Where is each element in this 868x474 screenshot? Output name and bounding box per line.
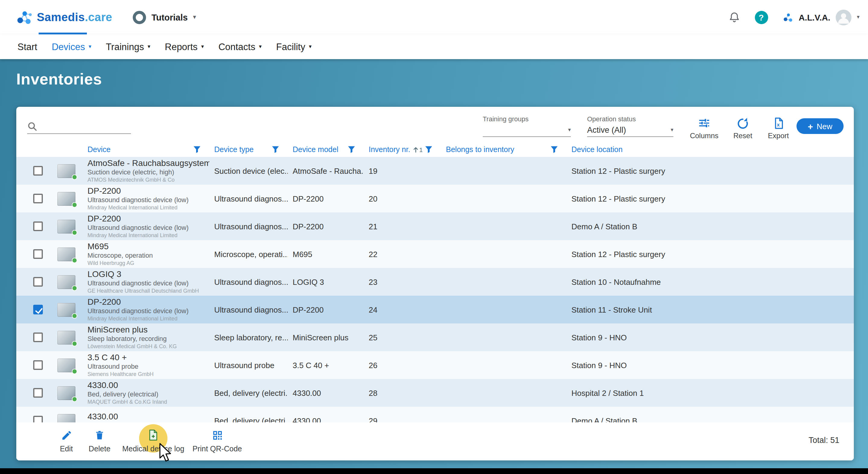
columns-button[interactable]: Columns — [685, 117, 723, 140]
nav-item-contacts[interactable]: Contacts ▾ — [218, 41, 261, 52]
device-thumbnail — [57, 247, 75, 261]
device-model-cell: 4330.00 — [288, 388, 364, 398]
device-manufacturer: Mindray Medical International Limited — [88, 204, 209, 211]
brand-logo[interactable]: Samedis.care — [16, 9, 112, 26]
row-checkbox[interactable] — [33, 333, 43, 342]
tutorials-menu[interactable]: Tutorials ▾ — [133, 10, 196, 24]
row-checkbox[interactable] — [33, 166, 43, 176]
table-row[interactable]: DP-2200 Ultrasound diagnostic device (lo… — [16, 185, 854, 213]
user-menu[interactable]: A.L.V.A. ▾ — [782, 9, 860, 25]
nav-item-start[interactable]: Start — [18, 41, 37, 52]
print-qr-code-button[interactable]: Print QR-Code — [190, 429, 244, 453]
device-subtitle: Bed, delivery (electrical) — [88, 390, 209, 398]
table-row[interactable]: DP-2200 Ultrasound diagnostic device (lo… — [16, 213, 854, 240]
nav-item-reports[interactable]: Reports ▾ — [165, 41, 204, 52]
device-thumbnail — [57, 192, 75, 206]
table-row[interactable]: M695 Microscope, operation Wild Heerbrug… — [16, 240, 854, 268]
help-icon[interactable]: ? — [754, 10, 768, 24]
device-thumbnail — [57, 414, 75, 422]
nav-item-facility[interactable]: Facility ▾ — [276, 41, 312, 52]
device-type-cell: Ultrasound diagnos... — [209, 277, 288, 286]
search-input[interactable] — [42, 123, 131, 131]
table-row[interactable]: DP-2200 Ultrasound diagnostic device (lo… — [16, 296, 854, 323]
device-location-cell: Demo A / Station B — [567, 416, 854, 422]
row-checkbox[interactable] — [33, 249, 43, 259]
device-type-cell: Ultrasound diagnos... — [209, 305, 288, 314]
main-content: Inventories Training groups ▾ Operation … — [0, 59, 868, 468]
column-header-device[interactable]: Device — [83, 145, 209, 154]
status-active-dot — [72, 230, 77, 235]
plus-icon: + — [808, 122, 813, 131]
training-groups-select[interactable]: ▾ — [483, 124, 571, 137]
reset-button[interactable]: Reset — [723, 117, 762, 140]
device-type-cell: Bed, delivery (electri... — [209, 388, 288, 398]
device-subtitle: Microscope, operation — [88, 252, 209, 259]
edit-button[interactable]: Edit — [51, 429, 82, 453]
table-header: Device Device type Device model Inventor… — [26, 142, 854, 157]
row-checkbox[interactable] — [33, 194, 43, 203]
export-label: Export — [768, 131, 789, 140]
device-location-cell: Station 12 - Plastic surgery — [567, 194, 854, 203]
row-checkbox[interactable] — [33, 305, 43, 314]
medical-device-log-button[interactable]: Medical device log — [117, 429, 190, 453]
filter-icon[interactable] — [425, 146, 433, 153]
row-checkbox[interactable] — [33, 388, 43, 398]
new-button[interactable]: + New — [797, 118, 843, 134]
edit-pencil-icon — [61, 429, 72, 441]
caret-down-icon: ▾ — [568, 127, 571, 133]
device-type-cell: Ultrasound probe — [209, 360, 288, 370]
nav-item-trainings[interactable]: Trainings ▾ — [106, 41, 150, 52]
operation-status-select[interactable]: Active (All) ▾ — [587, 124, 673, 137]
device-subtitle: Ultrasound diagnostic device (low) — [88, 279, 209, 287]
column-header-belongs-to-inventory[interactable]: Belongs to inventory — [441, 145, 567, 154]
bell-icon[interactable] — [728, 11, 740, 23]
device-location-cell: Station 10 - Notaufnahme — [567, 277, 854, 286]
device-model-cell: LOGIQ 3 — [288, 277, 364, 286]
table-row[interactable]: AtmoSafe - Rauchabsaugsystem Suction dev… — [16, 157, 854, 185]
filter-icon[interactable] — [193, 146, 201, 153]
total-count: Total: 51 — [809, 436, 839, 445]
delete-button[interactable]: Delete — [82, 429, 118, 453]
row-checkbox[interactable] — [33, 416, 43, 422]
device-model-cell: M695 — [288, 250, 364, 259]
inventory-nr-cell: 24 — [364, 305, 441, 314]
filter-icon[interactable] — [347, 146, 355, 153]
device-cell: DP-2200 Ultrasound diagnostic device (lo… — [83, 297, 209, 322]
training-groups-label: Training groups — [483, 115, 571, 123]
device-name: AtmoSafe - Rauchabsaugsystem — [88, 158, 209, 168]
table-row[interactable]: MiniScreen plus Sleep laboratory, record… — [16, 323, 854, 351]
device-thumbnail — [57, 330, 75, 344]
filter-icon[interactable] — [550, 146, 558, 153]
column-header-device-location[interactable]: Device location — [567, 145, 854, 154]
table-body: AtmoSafe - Rauchabsaugsystem Suction dev… — [16, 157, 854, 422]
filter-icon[interactable] — [272, 146, 279, 153]
nav-item-devices[interactable]: Devices ▾ — [52, 41, 91, 52]
row-checkbox[interactable] — [33, 221, 43, 231]
device-name: MiniScreen plus — [88, 325, 209, 334]
export-file-icon: x — [772, 117, 785, 130]
export-button[interactable]: x Export — [759, 117, 798, 140]
column-header-device-model[interactable]: Device model — [288, 145, 364, 154]
row-checkbox[interactable] — [33, 277, 43, 287]
table-row[interactable]: 4330.00 Bed, delivery (electrical) Bed, … — [16, 407, 854, 422]
column-header-inventory-nr[interactable]: Inventory nr. 1 — [364, 145, 441, 154]
caret-down-icon: ▾ — [201, 44, 204, 50]
device-manufacturer: Mindray Medical International Limited — [88, 316, 209, 322]
device-manufacturer: Löwenstein Medical GmbH & Co. KG — [88, 343, 209, 350]
device-location-cell: Station 9 - HNO — [567, 360, 854, 370]
device-type-cell: Bed, delivery (electri... — [209, 416, 288, 422]
status-active-dot — [72, 396, 77, 402]
device-model-cell: 3.5 C 40 + — [288, 360, 364, 370]
table-row[interactable]: 4330.00 Bed, delivery (electrical) MAQUE… — [16, 379, 854, 407]
brand-name: Samedis.care — [37, 10, 112, 24]
medical-device-log-icon — [147, 429, 159, 442]
device-type-cell: Microscope, operati... — [209, 250, 288, 259]
device-name: DP-2200 — [88, 297, 209, 307]
row-checkbox[interactable] — [33, 360, 43, 370]
device-subtitle: Ultrasound diagnostic device (low) — [88, 196, 209, 204]
operation-status-label: Operation status — [587, 115, 673, 123]
device-subtitle: Ultrasound diagnostic device (low) — [88, 224, 209, 232]
table-row[interactable]: LOGIQ 3 Ultrasound diagnostic device (lo… — [16, 268, 854, 296]
table-row[interactable]: 3.5 C 40 + Ultrasound probe Siemens Heal… — [16, 351, 854, 379]
column-header-device-type[interactable]: Device type — [209, 145, 288, 154]
